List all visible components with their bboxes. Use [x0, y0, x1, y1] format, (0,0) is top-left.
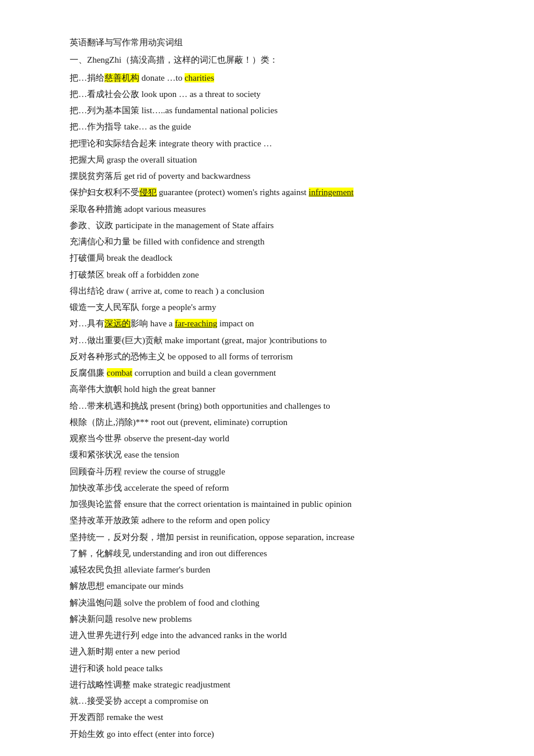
line-25: 回顾奋斗历程 review the course of struggle — [70, 464, 464, 479]
line-33: 解决温饱问题 solve the problem of food and clo… — [70, 595, 464, 610]
line-13: 打破禁区 break off a forbidden zone — [70, 267, 464, 282]
line-37-text: 进行和谈 hold peace talks — [70, 664, 163, 673]
line-6-text: 把握大局 grasp the overall situation — [70, 155, 197, 164]
line-17: 对…做出重要(巨大)贡献 make important (great, majo… — [70, 333, 464, 348]
line-20-text: 高举伟大旗帜 hold high the great banner — [70, 384, 215, 394]
line-24: 缓和紧张状况 ease the tension — [70, 447, 464, 462]
line-39: 就…接受妥协 accept a compromise on — [70, 693, 464, 708]
line-9-text: 采取各种措施 adopt various measures — [70, 204, 206, 214]
line-21: 给…带来机遇和挑战 present (bring) both opportuni… — [70, 398, 464, 413]
line-8-pre: 保护妇女权利不受 — [70, 188, 139, 197]
line-19-pre: 反腐倡廉 — [70, 368, 107, 377]
line-41: 开始生效 go into effect (enter into force) — [70, 726, 464, 741]
line-8: 保护妇女权利不受侵犯 guarantee (protect) women's r… — [70, 185, 464, 200]
line-24-text: 缓和紧张状况 ease the tension — [70, 450, 179, 459]
line-41-text: 开始生效 go into effect (enter into force) — [70, 729, 214, 739]
line-33-text: 解决温饱问题 solve the problem of food and clo… — [70, 598, 259, 607]
line-14: 得出结论 draw ( arrive at, come to reach ) a… — [70, 283, 464, 298]
line-18: 反对各种形式的恐怖主义 be opposed to all forms of t… — [70, 349, 464, 364]
line-28: 坚持改革开放政策 adhere to the reform and open p… — [70, 513, 464, 528]
line-10: 参政、议政 participate in the management of S… — [70, 218, 464, 233]
section-title: 一、ZhengZhi（搞没高措，这样的词汇也屏蔽！）类： — [70, 52, 464, 67]
line-5-text: 把理论和实际结合起来 integrate theory with practic… — [70, 139, 272, 148]
line-22: 根除（防止,消除)*** root out (prevent, eliminat… — [70, 415, 464, 430]
line-2: 把…看成社会公敌 look upon … as a threat to soci… — [70, 87, 464, 102]
line-38: 进行战略性调整 make strategic readjustment — [70, 677, 464, 692]
line-34-text: 解决新问题 resolve new problems — [70, 614, 192, 624]
line-1-mid: donate …to — [139, 73, 185, 82]
line-19-post: corruption and build a clean government — [132, 368, 276, 377]
line-36-text: 进入新时期 enter a new period — [70, 647, 180, 656]
line-30: 了解，化解歧见 understanding and iron out diffe… — [70, 546, 464, 561]
line-3: 把…列为基本国策 list…..as fundamental national … — [70, 103, 464, 118]
line-8-highlight-en: infringement — [309, 188, 353, 197]
line-7-text: 摆脱贫穷落后 get rid of poverty and backwardne… — [70, 171, 251, 181]
line-23: 观察当今世界 observe the present-day world — [70, 431, 464, 446]
line-29-text: 坚持统一，反对分裂，增加 persist in reunification, o… — [70, 532, 355, 542]
line-1-text: 把…捐给 — [70, 73, 104, 82]
line-11: 充满信心和力量 be filled with confidence and st… — [70, 234, 464, 249]
line-12-text: 打破僵局 break the deadlock — [70, 253, 172, 262]
line-16-post: impact on — [217, 319, 254, 328]
line-35: 进入世界先进行列 edge into the advanced ranks in… — [70, 628, 464, 643]
line-25-text: 回顾奋斗历程 review the course of struggle — [70, 467, 225, 476]
line-9: 采取各种措施 adopt various measures — [70, 201, 464, 217]
line-29: 坚持统一，反对分裂，增加 persist in reunification, o… — [70, 530, 464, 545]
line-32-text: 解放思想 emancipate our minds — [70, 581, 183, 591]
line-18-text: 反对各种形式的恐怖主义 be opposed to all forms of t… — [70, 352, 293, 361]
line-7: 摆脱贫穷落后 get rid of poverty and backwardne… — [70, 168, 464, 183]
line-36: 进入新时期 enter a new period — [70, 644, 464, 659]
line-28-text: 坚持改革开放政策 adhere to the reform and open p… — [70, 516, 270, 525]
line-6: 把握大局 grasp the overall situation — [70, 152, 464, 167]
line-19-highlight-en: combat — [107, 368, 132, 377]
line-27: 加强舆论监督 ensure that the correct orientati… — [70, 496, 464, 512]
line-26-text: 加快改革步伐 accelerate the speed of reform — [70, 483, 229, 492]
line-12: 打破僵局 break the deadlock — [70, 250, 464, 265]
line-23-text: 观察当今世界 observe the present-day world — [70, 434, 229, 443]
line-19: 反腐倡廉 combat corruption and build a clean… — [70, 365, 464, 380]
line-26: 加快改革步伐 accelerate the speed of reform — [70, 480, 464, 495]
line-4-text: 把…作为指导 take… as the guide — [70, 122, 191, 131]
line-32: 解放思想 emancipate our minds — [70, 578, 464, 593]
line-4: 把…作为指导 take… as the guide — [70, 119, 464, 134]
line-37: 进行和谈 hold peace talks — [70, 661, 464, 676]
line-27-text: 加强舆论监督 ensure that the correct orientati… — [70, 499, 352, 509]
line-1: 把…捐给慈善机构 donate …to charities — [70, 70, 464, 85]
line-35-text: 进入世界先进行列 edge into the advanced ranks in… — [70, 631, 287, 640]
line-15-text: 锻造一支人民军队 forge a people's army — [70, 303, 216, 312]
line-21-text: 给…带来机遇和挑战 present (bring) both opportuni… — [70, 401, 330, 411]
line-1-highlight-cn: 慈善机构 — [104, 73, 139, 82]
line-38-text: 进行战略性调整 make strategic readjustment — [70, 680, 230, 689]
line-31-text: 减轻农民负担 alleviate farmer's burden — [70, 565, 210, 574]
line-31: 减轻农民负担 alleviate farmer's burden — [70, 562, 464, 577]
line-16-pre: 对…具有 — [70, 319, 104, 328]
line-15: 锻造一支人民军队 forge a people's army — [70, 300, 464, 315]
line-10-text: 参政、议政 participate in the management of S… — [70, 221, 274, 230]
line-16: 对…具有深远的影响 have a far-reaching impact on — [70, 316, 464, 331]
line-14-text: 得出结论 draw ( arrive at, come to reach ) a… — [70, 286, 264, 296]
line-20: 高举伟大旗帜 hold high the great banner — [70, 381, 464, 397]
line-17-text: 对…做出重要(巨大)贡献 make important (great, majo… — [70, 336, 327, 345]
line-13-text: 打破禁区 break off a forbidden zone — [70, 270, 199, 279]
line-34: 解决新问题 resolve new problems — [70, 611, 464, 627]
line-22-text: 根除（防止,消除)*** root out (prevent, eliminat… — [70, 417, 287, 427]
line-8-mid: guarantee (protect) women's rights again… — [157, 188, 309, 197]
line-40: 开发西部 remake the west — [70, 710, 464, 725]
line-11-text: 充满信心和力量 be filled with confidence and st… — [70, 237, 265, 246]
line-16-highlight-cn: 深远的 — [104, 319, 131, 328]
line-1-highlight-en: charities — [185, 73, 214, 82]
line-30-text: 了解，化解歧见 understanding and iron out diffe… — [70, 549, 267, 558]
line-5: 把理论和实际结合起来 integrate theory with practic… — [70, 136, 464, 151]
page-title: 英语翻译与写作常用动宾词组 — [70, 35, 464, 50]
line-2-text: 把…看成社会公敌 look upon … as a threat to soci… — [70, 89, 261, 99]
line-40-text: 开发西部 remake the west — [70, 712, 163, 722]
line-16-mid: 影响 have a — [131, 319, 175, 328]
line-8-highlight-cn: 侵犯 — [139, 188, 157, 197]
line-16-highlight-en: far-reaching — [175, 319, 217, 328]
line-39-text: 就…接受妥协 accept a compromise on — [70, 696, 208, 705]
line-3-text: 把…列为基本国策 list…..as fundamental national … — [70, 106, 277, 115]
